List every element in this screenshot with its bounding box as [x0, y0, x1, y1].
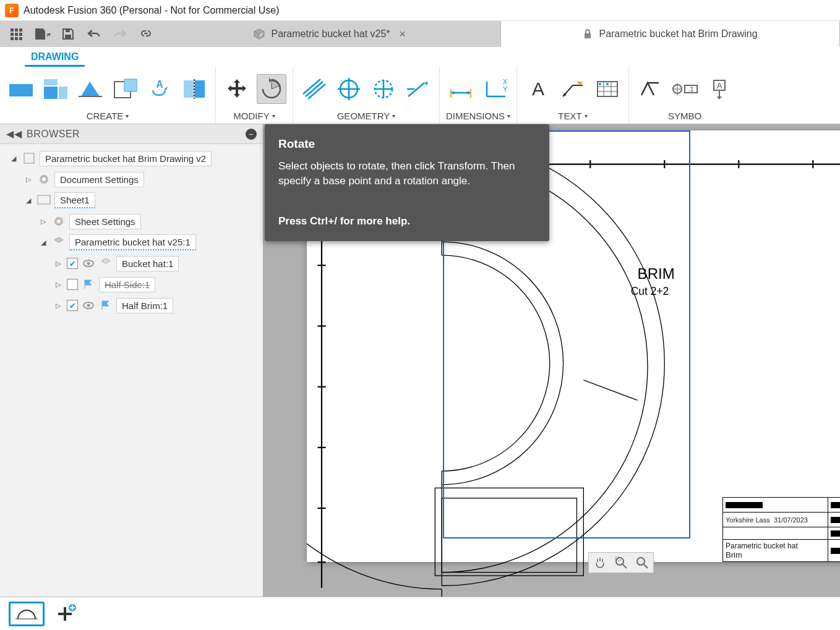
- ordinate-icon[interactable]: XY: [481, 74, 510, 104]
- flag-icon: [82, 278, 95, 291]
- group-label-geometry: GEOMETRY: [337, 111, 390, 121]
- ribbon-tab-drawing[interactable]: DRAWING: [25, 49, 85, 67]
- lock-icon: [583, 29, 593, 39]
- checkbox-icon[interactable]: [67, 300, 78, 311]
- checkbox-icon[interactable]: [67, 258, 78, 269]
- titleblock-author: Yorkshire Lass: [726, 516, 770, 524]
- tree-component[interactable]: ◢ Parametric bucket hat v25:1: [2, 232, 260, 253]
- eye-icon[interactable]: [82, 257, 95, 270]
- svg-rect-18: [124, 79, 137, 92]
- tab-model-label: Parametric bucket hat v25*: [271, 28, 390, 40]
- centermark-pattern-icon[interactable]: [369, 74, 398, 104]
- link-icon[interactable]: [137, 25, 155, 43]
- titleblock[interactable]: Yorkshire Lass 31/07/2023 Parametric buc…: [722, 497, 840, 562]
- file-menu-icon[interactable]: ▾: [33, 25, 51, 43]
- undo-icon[interactable]: [85, 25, 103, 43]
- svg-rect-14: [44, 79, 58, 85]
- eye-icon[interactable]: [82, 299, 95, 312]
- table-icon[interactable]: [593, 74, 622, 104]
- group-label-text: TEXT: [558, 111, 581, 121]
- svg-point-67: [87, 304, 90, 307]
- svg-rect-7: [15, 37, 18, 40]
- expand-icon[interactable]: ▷: [53, 302, 63, 310]
- group-label-modify: MODIFY: [233, 111, 269, 121]
- tab-drawing[interactable]: Parametric bucket hat Brim Drawing: [501, 21, 840, 47]
- redacted-label: [831, 548, 840, 554]
- expand-icon[interactable]: ▷: [38, 218, 48, 226]
- navigation-toolbar: [588, 552, 654, 573]
- tree-doc-settings-label: Document Settings: [54, 172, 144, 187]
- dimension-icon[interactable]: [446, 74, 476, 104]
- projected-view-icon[interactable]: [41, 74, 71, 104]
- drawing-icon: [22, 151, 36, 165]
- svg-rect-0: [11, 28, 14, 32]
- datum-id-icon[interactable]: A: [705, 74, 734, 104]
- redacted-label: [831, 517, 840, 523]
- rotate-icon[interactable]: [257, 74, 286, 104]
- tree-root[interactable]: ◢ Parametric bucket hat Brim Drawing v2: [2, 148, 260, 169]
- expand-icon[interactable]: ◢: [38, 239, 48, 247]
- tree-component-label: Parametric bucket hat v25:1: [69, 234, 196, 250]
- tree-doc-settings[interactable]: ▷ Document Settings: [2, 169, 260, 190]
- ribbon-group-modify: MODIFY▾: [216, 67, 293, 124]
- quick-access-toolbar: ▾: [0, 21, 162, 47]
- surface-texture-icon[interactable]: [635, 74, 665, 104]
- tab-model[interactable]: Parametric bucket hat v25* ×: [162, 21, 501, 47]
- tree-sheet-settings[interactable]: ▷ Sheet Settings: [2, 211, 260, 232]
- tooltip-help: Press Ctrl+/ for more help.: [278, 214, 536, 229]
- svg-rect-12: [9, 84, 33, 96]
- section-view-icon[interactable]: [75, 74, 105, 104]
- expand-icon[interactable]: ▷: [53, 260, 63, 268]
- close-icon[interactable]: ×: [396, 28, 409, 41]
- zoom-icon[interactable]: [632, 554, 652, 571]
- break-view-icon[interactable]: A: [145, 74, 174, 104]
- text-icon[interactable]: A: [523, 74, 553, 104]
- browser-panel: ◀◀ BROWSER – ◢ Parametric bucket hat Bri…: [0, 124, 264, 630]
- flag-icon: [99, 299, 113, 312]
- body-icon: [99, 257, 113, 270]
- expand-icon[interactable]: ◢: [9, 155, 19, 163]
- base-view-icon[interactable]: [6, 74, 36, 104]
- svg-rect-6: [11, 37, 14, 40]
- svg-text:X: X: [503, 78, 508, 85]
- expand-icon[interactable]: ▷: [53, 281, 63, 289]
- svg-point-60: [42, 177, 46, 181]
- checkbox-icon[interactable]: [67, 279, 78, 290]
- redacted-label: [831, 502, 840, 508]
- tooltip-title: Rotate: [278, 135, 536, 153]
- app-grid-icon[interactable]: [7, 25, 25, 43]
- feature-control-frame-icon[interactable]: .1: [670, 74, 700, 104]
- expand-icon[interactable]: ▷: [24, 176, 33, 184]
- tree-item-bucket-hat[interactable]: ▷ Bucket hat:1: [2, 253, 260, 274]
- redo-icon[interactable]: [111, 25, 129, 43]
- svg-text:A: A: [532, 79, 544, 99]
- collapse-icon[interactable]: ◀◀: [6, 128, 22, 140]
- tree-sheet[interactable]: ◢ Sheet1: [2, 190, 260, 211]
- tree-item-half-brim[interactable]: ▷ Half Brim:1: [2, 295, 260, 316]
- move-icon[interactable]: [222, 74, 252, 104]
- add-sheet-button[interactable]: [56, 605, 74, 623]
- expand-icon[interactable]: ◢: [24, 197, 33, 205]
- sheet-thumbnail[interactable]: [9, 602, 45, 626]
- edge-extension-icon[interactable]: [403, 74, 433, 104]
- svg-point-65: [87, 262, 90, 265]
- centerline-icon[interactable]: [299, 74, 329, 104]
- component-icon: [52, 236, 66, 249]
- sketch-icon[interactable]: [179, 74, 209, 104]
- centermark-icon[interactable]: [334, 74, 364, 104]
- minimize-icon[interactable]: –: [246, 129, 257, 140]
- save-icon[interactable]: [59, 25, 77, 43]
- leader-icon[interactable]: [558, 74, 588, 104]
- ribbon: DRAWING A CREATE▾ MODIFY▾: [0, 47, 840, 124]
- tree-sheet-label: Sheet1: [54, 192, 95, 208]
- tooltip-rotate: Rotate Select objects to rotate, then cl…: [265, 124, 549, 241]
- svg-text:.1: .1: [688, 85, 693, 93]
- pan-icon[interactable]: [590, 554, 610, 571]
- tree-item-half-side[interactable]: ▷ Half Side:1: [2, 274, 260, 295]
- browser-header[interactable]: ◀◀ BROWSER –: [0, 124, 263, 144]
- svg-rect-15: [59, 87, 67, 99]
- ribbon-group-create: A CREATE▾: [0, 67, 216, 124]
- svg-rect-4: [15, 33, 18, 36]
- zoom-window-icon[interactable]: [611, 554, 631, 571]
- detail-view-icon[interactable]: [110, 74, 140, 104]
